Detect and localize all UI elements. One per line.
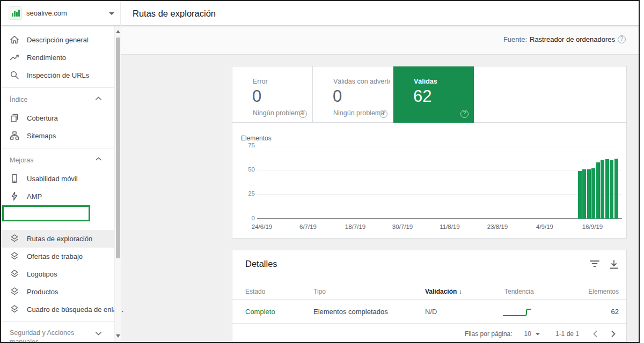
next-page-icon[interactable] — [611, 331, 616, 337]
sidebar-item-usabilidad-movil[interactable]: Usabilidad móvil — [1, 170, 114, 188]
column-header-validacion-sorted[interactable]: Validación ↓ — [425, 288, 462, 295]
enhancement-icon — [10, 304, 19, 314]
top-bar: seoalive.com Rutas de exploración — [1, 1, 639, 26]
scroll-up-icon[interactable] — [116, 30, 120, 33]
chevron-up-icon[interactable] — [96, 157, 101, 161]
previous-page-icon[interactable] — [593, 331, 597, 337]
mobile-icon — [10, 174, 19, 183]
help-icon[interactable]: ? — [379, 108, 387, 118]
property-name: seoalive.com — [26, 9, 67, 17]
help-icon[interactable]: ? — [299, 108, 307, 118]
column-header-tipo[interactable]: Tipo — [313, 288, 326, 295]
enhancement-icon — [10, 269, 19, 279]
status-card-label: Válidas con adverten… — [333, 78, 390, 85]
status-card-value: 62 — [413, 87, 431, 106]
column-header-tendencia[interactable]: Tendencia — [504, 288, 534, 295]
sidebar-item-label: Descripción general — [27, 36, 89, 44]
app-window: seoalive.com Rutas de exploración Descri… — [0, 0, 640, 343]
help-icon[interactable]: ? — [618, 35, 626, 43]
y-tick: 25 — [239, 190, 255, 197]
x-tick: 11/8/19 — [434, 223, 466, 230]
sidebar-item-label: Usabilidad móvil — [27, 175, 78, 183]
table-row[interactable]: Completo Elementos completados N/D 62 — [232, 300, 626, 324]
sidebar-item-descripcion-general[interactable]: Descripción general — [1, 31, 114, 49]
chart-card: Error 0 Ningún problema ? Válidas con ad… — [232, 66, 627, 238]
status-card-error[interactable]: Error 0 Ningún problema ? — [232, 66, 313, 123]
page-title: Rutas de exploración — [133, 9, 216, 19]
y-tick: 0 — [239, 215, 255, 221]
property-logo-icon — [9, 6, 22, 20]
column-header-estado[interactable]: Estado — [245, 288, 265, 295]
chevron-down-icon[interactable] — [109, 12, 114, 15]
sidebar-item-productos[interactable]: Productos — [1, 283, 114, 301]
table-header-row: Estado Tipo Validación ↓ Tendencia Eleme… — [232, 282, 626, 300]
x-tick: 6/7/19 — [292, 223, 324, 230]
rows-per-page-select[interactable]: 10 — [524, 330, 531, 338]
sidebar-item-label: Rutas de exploración — [27, 235, 92, 243]
section-label: Mejoras — [10, 156, 90, 165]
coverage-icon — [10, 113, 19, 123]
x-tick: 23/8/19 — [481, 223, 514, 230]
pagination-range: 1-1 de 1 — [555, 330, 579, 338]
chevron-down-icon[interactable] — [536, 333, 540, 335]
cell-tipo: Elementos completados — [313, 308, 388, 316]
rows-per-page-label: Filas por página: — [465, 330, 513, 338]
sidebar-item-cobertura[interactable]: Cobertura — [1, 109, 114, 127]
gridline — [257, 146, 622, 146]
sidebar-item-logotipos[interactable]: Logotipos — [1, 265, 114, 283]
column-header-elementos[interactable]: Elementos — [588, 288, 619, 295]
pagination-row: Filas por página: 10 1-1 de 1 — [232, 324, 626, 342]
x-tick: 24/6/19 — [246, 223, 278, 230]
section-label: Seguridad y Acciones manuales — [10, 329, 90, 342]
sidebar-item-sitemaps[interactable]: Sitemaps — [1, 127, 114, 145]
sidebar-item-rutas-de-exploracion[interactable]: Rutas de exploración — [1, 230, 114, 248]
property-selector[interactable]: seoalive.com — [1, 1, 121, 26]
scroll-down-icon[interactable] — [116, 334, 120, 338]
cell-estado: Completo — [245, 308, 275, 316]
source-value: Rastreador de ordenadores — [530, 35, 615, 43]
source-label: Fuente: — [503, 35, 527, 43]
status-card-subtext: Ningún problema — [333, 109, 384, 117]
sidebar-item-label: Rendimiento — [27, 54, 66, 62]
sidebar-item-cuadro-de-busqueda[interactable]: Cuadro de búsqueda de enla… — [1, 301, 114, 318]
performance-icon — [10, 53, 19, 62]
status-card-validas-selected[interactable]: Válidas 62 ? — [393, 66, 474, 123]
sitemap-icon — [10, 131, 19, 140]
help-icon[interactable]: ? — [460, 108, 469, 118]
chart-y-axis-title: Elementos — [241, 135, 272, 142]
sidebar-item-label: Ofertas de trabajo — [27, 252, 83, 260]
sidebar-item-label: Productos — [27, 288, 58, 296]
sidebar-item-label: Logotipos — [27, 270, 57, 278]
enhancement-icon — [10, 287, 19, 296]
source-bar: Fuente: Rastreador de ordenadores ? — [121, 26, 639, 55]
details-title: Detalles — [245, 259, 277, 269]
filter-icon[interactable] — [590, 260, 599, 267]
scrollbar-thumb[interactable] — [116, 38, 120, 258]
y-tick: 75 — [239, 142, 255, 148]
status-card-validas-con-advertencias[interactable]: Válidas con adverten… 0 Ningún problema … — [313, 66, 393, 123]
x-axis-line — [257, 218, 622, 219]
x-tick: 18/7/19 — [339, 223, 371, 230]
sidebar-item-label: Cobertura — [27, 114, 58, 122]
amp-icon — [10, 191, 19, 201]
chevron-up-icon[interactable] — [96, 96, 101, 100]
sidebar-item-inspeccion-urls[interactable]: Inspección de URLs — [1, 66, 114, 84]
sidebar-scrollbar[interactable] — [114, 26, 121, 342]
status-cards-row: Error 0 Ningún problema ? Válidas con ad… — [232, 66, 626, 123]
cell-elementos: 62 — [611, 308, 619, 316]
sidebar-item-ofertas-de-trabajo[interactable]: Ofertas de trabajo — [1, 248, 114, 265]
status-card-value: 0 — [333, 87, 342, 106]
chevron-down-icon[interactable] — [96, 332, 101, 335]
y-tick: 50 — [239, 166, 255, 173]
sidebar: Descripción general Rendimiento Inspecci… — [1, 26, 114, 342]
sidebar-item-rendimiento[interactable]: Rendimiento — [1, 49, 114, 66]
sidebar-item-label: Cuadro de búsqueda de enla… — [27, 305, 124, 314]
trend-sparkline — [501, 305, 534, 318]
status-card-label: Válidas — [414, 78, 437, 85]
x-tick: 16/9/19 — [576, 223, 609, 230]
home-icon — [10, 35, 19, 44]
download-icon[interactable] — [609, 260, 619, 269]
enhancement-icon — [10, 251, 19, 261]
sidebar-item-amp[interactable]: AMP — [1, 188, 114, 205]
sort-descending-icon[interactable]: ↓ — [459, 288, 462, 295]
